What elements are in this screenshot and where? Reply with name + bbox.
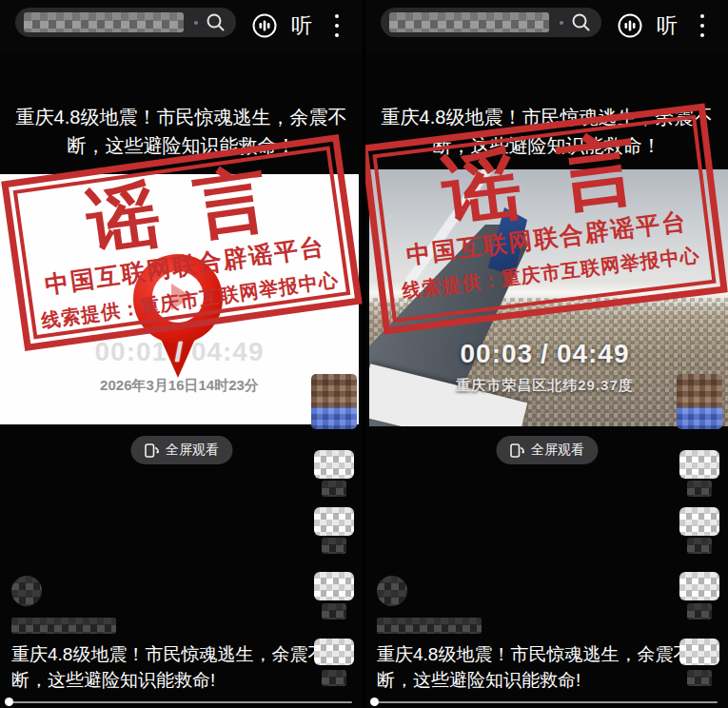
top-bar: 听: [365, 0, 728, 51]
fullscreen-button[interactable]: 全屏观看: [496, 436, 598, 464]
uploader-avatar[interactable]: [677, 374, 722, 429]
share-count-blurred: [322, 670, 346, 686]
action-sidebar: [311, 374, 359, 694]
search-input[interactable]: [15, 8, 236, 37]
video-overlay-info: 2026年3月16日14时23分: [0, 377, 359, 395]
progress-bar[interactable]: [8, 701, 352, 703]
uploader-avatar[interactable]: [311, 374, 357, 429]
author-name-blurred[interactable]: [11, 618, 116, 634]
fullscreen-label: 全屏观看: [166, 442, 219, 459]
top-bar: 听: [0, 0, 363, 51]
like-icon-blurred[interactable]: [314, 450, 354, 479]
like-count-blurred: [687, 481, 712, 497]
fullscreen-label: 全屏观看: [531, 442, 584, 459]
share-icon-blurred[interactable]: [679, 639, 719, 665]
author-avatar-blurred[interactable]: [377, 576, 407, 606]
screenshot-right: 听 重庆4.8级地震！市民惊魂逃生，余震不断，这些避险知识能救命！ 00:03/…: [365, 0, 728, 708]
search-icon[interactable]: [205, 11, 226, 33]
separator-dot: [194, 21, 198, 25]
video-overlay-info: 重庆市荣昌区北纬29.37度: [365, 377, 724, 395]
favorite-icon-blurred[interactable]: [679, 572, 719, 600]
audio-mode-icon[interactable]: [251, 12, 278, 39]
listen-button[interactable]: 听: [291, 12, 312, 39]
kebab-menu-icon[interactable]: [334, 14, 340, 37]
share-count-blurred: [687, 670, 712, 686]
progress-bar[interactable]: [373, 701, 718, 703]
like-count-blurred: [322, 481, 346, 497]
listen-button[interactable]: 听: [657, 12, 678, 39]
kebab-menu-icon[interactable]: [699, 14, 705, 37]
share-icon-blurred[interactable]: [314, 639, 354, 665]
video-caption: 重庆4.8级地震！市民惊魂逃生，余震不断，这些避险知识能救命!: [11, 641, 331, 693]
like-icon-blurred[interactable]: [679, 450, 719, 479]
fullscreen-button[interactable]: 全屏观看: [130, 436, 232, 464]
favorite-count-blurred: [687, 603, 712, 620]
search-icon[interactable]: [570, 11, 592, 33]
blurred-search-query: [24, 12, 184, 32]
author-name-blurred[interactable]: [377, 618, 482, 634]
audio-mode-icon[interactable]: [617, 12, 643, 39]
blurred-search-query: [389, 12, 549, 32]
progress-handle[interactable]: [370, 698, 379, 706]
video-caption: 重庆4.8级地震！市民惊魂逃生，余震不断，这些避险知识能救命!: [377, 641, 697, 693]
comment-count-blurred: [322, 538, 346, 554]
search-input[interactable]: [381, 8, 601, 37]
favorite-count-blurred: [322, 603, 346, 620]
screenshot-left: 听 重庆4.8级地震！市民惊魂逃生，余震不断，这些避险知识能救命！ 00:01/…: [0, 0, 363, 708]
rotate-phone-icon: [509, 442, 524, 459]
comment-icon-blurred[interactable]: [314, 507, 354, 536]
comment-count-blurred: [687, 538, 712, 554]
action-sidebar: [677, 374, 724, 694]
separator-dot: [560, 21, 563, 25]
video-timestamp: 00:03/04:49: [365, 339, 724, 369]
comment-icon-blurred[interactable]: [679, 507, 719, 536]
rotate-phone-icon: [144, 442, 159, 459]
favorite-icon-blurred[interactable]: [314, 572, 354, 600]
progress-handle[interactable]: [5, 698, 13, 706]
author-avatar-blurred[interactable]: [11, 576, 42, 606]
